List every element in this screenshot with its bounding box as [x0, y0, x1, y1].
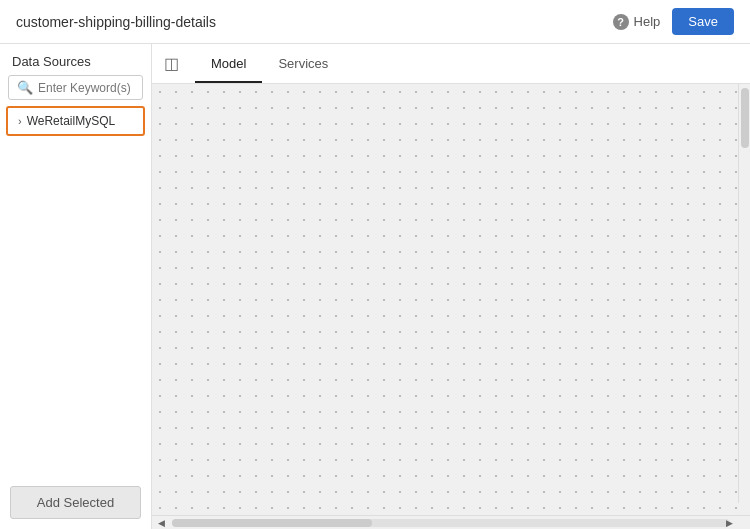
vertical-scrollbar[interactable] [738, 84, 750, 503]
sidebar-spacer [0, 136, 151, 478]
chevron-right-icon: › [18, 115, 22, 127]
datasource-label: WeRetailMySQL [27, 114, 115, 128]
datasource-item-weretailmysql[interactable]: › WeRetailMySQL [6, 106, 145, 136]
main-layout: Data Sources 🔍 › WeRetailMySQL Add Selec… [0, 44, 750, 529]
horizontal-scrollbar[interactable]: ◀ ▶ [152, 515, 750, 529]
help-icon: ? [613, 14, 629, 30]
canvas-dots [152, 84, 750, 515]
scroll-corner [734, 516, 748, 530]
save-button[interactable]: Save [672, 8, 734, 35]
tab-services[interactable]: Services [262, 46, 344, 83]
search-box[interactable]: 🔍 [8, 75, 143, 100]
canvas-area [152, 84, 750, 515]
horizontal-scroll-thumb[interactable] [172, 519, 372, 527]
page-title: customer-shipping-billing-details [16, 14, 216, 30]
sidebar-heading: Data Sources [0, 44, 151, 75]
tabs-bar: ◫ Model Services [152, 44, 750, 84]
help-label: Help [634, 14, 661, 29]
sidebar: Data Sources 🔍 › WeRetailMySQL Add Selec… [0, 44, 152, 529]
horizontal-scroll-track[interactable] [172, 519, 730, 527]
scroll-right-arrow[interactable]: ▶ [722, 516, 736, 530]
search-input[interactable] [38, 81, 134, 95]
help-button[interactable]: ? Help [613, 14, 661, 30]
app-header: customer-shipping-billing-details ? Help… [0, 0, 750, 44]
header-actions: ? Help Save [613, 8, 734, 35]
tab-model[interactable]: Model [195, 46, 262, 83]
scroll-left-arrow[interactable]: ◀ [154, 516, 168, 530]
panel-icon[interactable]: ◫ [164, 54, 179, 73]
search-icon: 🔍 [17, 80, 33, 95]
content-area: ◫ Model Services ◀ ▶ [152, 44, 750, 529]
vertical-scrollbar-thumb[interactable] [741, 88, 749, 148]
add-selected-button[interactable]: Add Selected [10, 486, 141, 519]
